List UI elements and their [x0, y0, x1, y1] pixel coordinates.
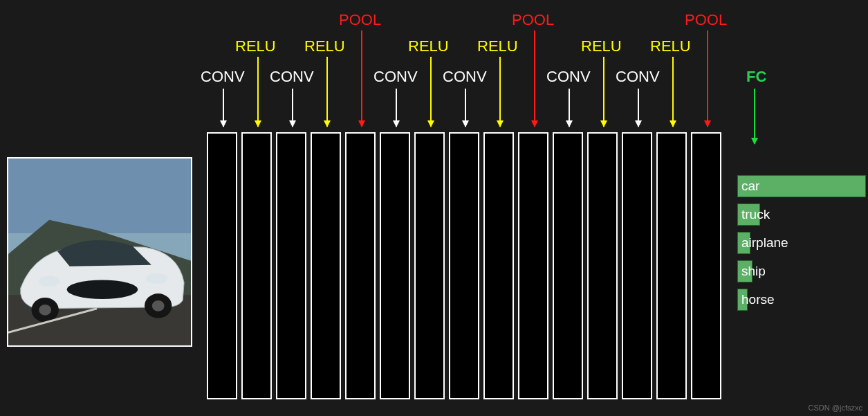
activation-cell	[452, 240, 477, 265]
conv-label: CONV	[546, 68, 591, 86]
relu-label: RELU	[408, 37, 449, 55]
activation-cell	[313, 319, 338, 344]
svg-point-7	[39, 305, 51, 316]
activation-cell	[590, 345, 615, 370]
activation-column	[656, 132, 687, 399]
activation-cell	[659, 240, 684, 265]
fc-label: FC	[746, 68, 766, 86]
activation-cell	[486, 240, 511, 265]
activation-cell	[210, 372, 234, 397]
activation-cell	[521, 293, 546, 318]
activation-cell	[452, 266, 477, 291]
activation-cell	[348, 135, 373, 160]
pool-label: POOL	[339, 11, 381, 29]
relu-label: RELU	[650, 37, 691, 55]
activation-cell	[348, 266, 373, 291]
activation-column	[414, 132, 445, 399]
activation-cell	[555, 372, 580, 397]
activation-cell	[694, 372, 719, 397]
activation-cell	[244, 293, 269, 318]
activation-cell	[382, 135, 407, 160]
classification-bars: cartruckairplaneshiphorse	[737, 175, 866, 311]
activation-cell	[382, 372, 407, 397]
activation-cell	[625, 372, 649, 397]
svg-point-4	[38, 275, 60, 287]
activation-cell	[210, 345, 234, 370]
activation-cell	[486, 188, 511, 212]
activation-cell	[279, 293, 304, 318]
activation-cell	[244, 135, 269, 160]
activation-cell	[521, 345, 546, 370]
activation-cell	[417, 161, 442, 186]
activation-cell	[210, 266, 234, 291]
activation-column	[587, 132, 618, 399]
activation-column	[691, 132, 721, 399]
activation-cell	[452, 372, 477, 397]
activation-cell	[555, 214, 580, 239]
activation-cell	[521, 319, 546, 344]
activation-cell	[659, 345, 684, 370]
activation-cell	[590, 135, 615, 160]
pool-arrow-icon	[534, 30, 535, 127]
activation-cell	[417, 293, 442, 318]
activation-cell	[348, 214, 373, 239]
activation-cell	[348, 345, 373, 370]
relu-label: RELU	[304, 37, 345, 55]
activation-column	[241, 132, 272, 399]
class-label: ship	[741, 264, 766, 279]
activation-column	[207, 132, 237, 399]
class-bar-row: truck	[737, 204, 866, 226]
activation-cell	[279, 372, 304, 397]
activation-cell	[210, 214, 234, 239]
conv-arrow-icon	[396, 89, 397, 127]
activation-cell	[590, 240, 615, 265]
activation-cell	[590, 214, 615, 239]
pool-arrow-icon	[707, 30, 708, 127]
activation-cell	[486, 266, 511, 291]
activation-cell	[348, 293, 373, 318]
relu-arrow-icon	[603, 57, 604, 127]
class-label: truck	[741, 207, 770, 222]
activation-column	[311, 132, 341, 399]
activation-cell	[417, 372, 442, 397]
activation-cell	[659, 161, 684, 186]
activation-cell	[452, 188, 477, 212]
activation-column	[553, 132, 583, 399]
activation-cell	[417, 319, 442, 344]
activation-cell	[313, 161, 338, 186]
activation-cell	[625, 240, 649, 265]
conv-label: CONV	[201, 68, 245, 86]
activation-cell	[625, 319, 649, 344]
activation-cell	[382, 319, 407, 344]
activation-cell	[382, 345, 407, 370]
class-label: car	[741, 179, 759, 194]
activation-cell	[244, 188, 269, 212]
activation-cell	[382, 161, 407, 186]
activation-cell	[694, 345, 719, 370]
activation-cell	[348, 188, 373, 212]
activation-cell	[555, 319, 580, 344]
activation-cell	[590, 266, 615, 291]
activation-cell	[313, 372, 338, 397]
activation-cell	[694, 266, 719, 291]
activation-cell	[417, 135, 442, 160]
activation-cell	[348, 240, 373, 265]
activation-cell	[625, 293, 649, 318]
class-bar-row: car	[737, 175, 866, 197]
activation-cell	[625, 214, 649, 239]
activation-cell	[244, 372, 269, 397]
activation-column	[449, 132, 479, 399]
activation-cell	[659, 135, 684, 160]
pool-arrow-icon	[361, 30, 362, 127]
activation-cell	[486, 214, 511, 239]
fc-arrow-icon	[754, 89, 755, 144]
activation-cell	[659, 266, 684, 291]
activation-cell	[382, 293, 407, 318]
conv-label: CONV	[616, 68, 660, 86]
activation-cell	[590, 161, 615, 186]
activation-cell	[452, 135, 477, 160]
activation-cell	[521, 266, 546, 291]
conv-label: CONV	[270, 68, 314, 86]
activation-column	[276, 132, 306, 399]
conv-arrow-icon	[638, 89, 639, 127]
